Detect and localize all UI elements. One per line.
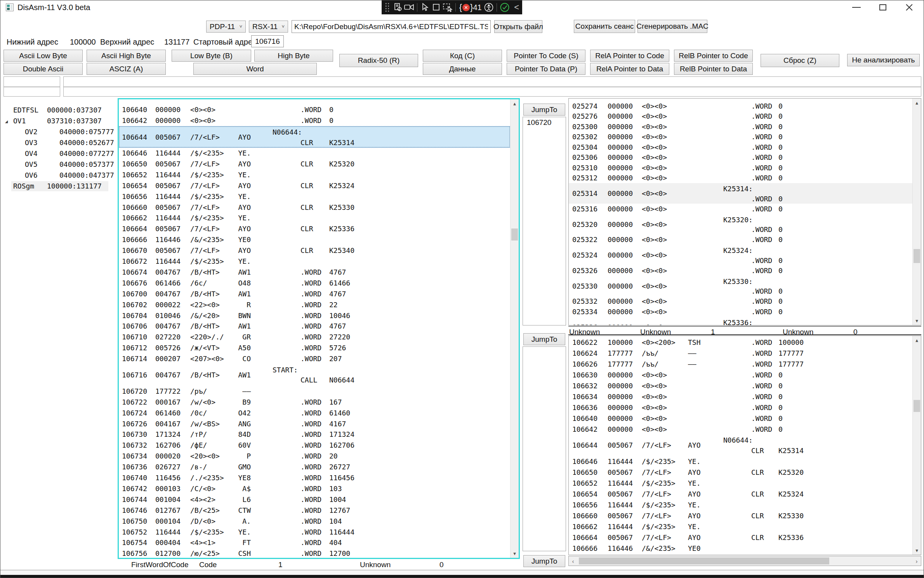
tree-expander-icon[interactable]: ◢: [5, 116, 8, 127]
listing-row[interactable]: 025326000000<0><0>.WORD0: [569, 265, 912, 276]
error-badge-icon[interactable]: { ✕ } 41: [459, 2, 482, 12]
segment-tree-item-edtfsl[interactable]: EDTFSL000000:037307: [0, 105, 117, 116]
jumpto-address-list[interactable]: 106720: [523, 117, 566, 325]
listing-row[interactable]: 106714000207<207><0>CO.WORD207: [119, 353, 510, 364]
listing-row[interactable]: 106646116444/$/<235>YE.: [119, 148, 510, 159]
listing-row[interactable]: 106650005067/7/<LF>AYOCLRK25320: [569, 467, 912, 478]
listing-row[interactable]: 106712005726/ж/<VT>A50.WORD5726: [119, 343, 510, 353]
pointer-to-data-button[interactable]: Pointer To Data (P): [507, 63, 585, 75]
listing-row[interactable]: 106636000000<0><0>.WORD0: [569, 402, 912, 413]
listing-row[interactable]: 106756012700/ю/<25>CSH.WORD12700: [119, 548, 510, 559]
code-button[interactable]: Код (C): [423, 50, 502, 62]
scroll-down-icon[interactable]: ▼: [913, 317, 921, 325]
listing-row[interactable]: 106624177777/ъъ/——.WORD177777: [569, 348, 912, 359]
scroll-right-icon[interactable]: ›: [912, 556, 921, 566]
listing-row[interactable]: 106732162706/фЕ/60V.WORD162706: [119, 440, 510, 451]
segment-tree-item-rosgm[interactable]: ROSgm100000:131177: [0, 181, 117, 192]
open-file-button[interactable]: Открыть файл: [494, 20, 542, 33]
relb-pointer-code-button[interactable]: RelB Pointer to Code: [674, 50, 753, 62]
listing-row[interactable]: 106644005067/7/<LF>AYON06644:CLRK25314: [569, 434, 912, 456]
scroll-down-icon[interactable]: ▼: [913, 546, 921, 555]
listing-row[interactable]: 025336000000<0><0>K25336:.WORD0: [569, 317, 912, 326]
listing-row[interactable]: 106676061466/6c/O48.WORD61466: [119, 277, 510, 288]
drag-handle-icon[interactable]: [385, 2, 389, 12]
listing-row[interactable]: 025316000000<0><0>.WORD0: [569, 204, 912, 214]
listing-row[interactable]: 025276000000<0><0>.WORD0: [569, 111, 912, 122]
low-byte-button[interactable]: Low Byte (B): [172, 50, 251, 62]
jumpto-address-list-empty[interactable]: [523, 346, 566, 551]
listing-row[interactable]: 106700004767/В/<HT>AW1.WORD4767: [119, 288, 510, 299]
listing-row[interactable]: 106662116444/$/<235>YE.: [569, 521, 912, 532]
listing-row[interactable]: 106666116446/&/<235>YE0: [119, 234, 510, 245]
camera-icon[interactable]: [404, 2, 415, 13]
listing-row[interactable]: 106640000000<0><0>.WORD0: [569, 413, 912, 424]
cursor-icon[interactable]: [419, 2, 431, 13]
listing-row[interactable]: 106726004167/w/<BS>ANG.WORD4167: [119, 418, 510, 429]
listing-row[interactable]: 106752116444/$/<235>YE..WORD116444: [119, 526, 510, 537]
right-bottom-scrollbar[interactable]: ▲ ▼: [912, 336, 921, 555]
accessibility-icon[interactable]: [483, 2, 495, 13]
minimize-button[interactable]: [844, 0, 869, 14]
listing-row[interactable]: 106670005067/7/<LF>AYOCLRK25340: [119, 245, 510, 256]
reset-button[interactable]: Сброс (Z): [761, 54, 839, 67]
scrollbar-thumb[interactable]: [914, 249, 920, 263]
radix50-button[interactable]: Radix-50 (R): [339, 54, 418, 67]
scrollbar-thumb[interactable]: [579, 557, 829, 564]
asciz-button[interactable]: ASCIZ (A): [87, 63, 166, 75]
listing-row[interactable]: 025310000000<0><0>.WORD0: [569, 163, 912, 173]
segment-tree-item-ov4[interactable]: OV4040000:077277: [0, 148, 117, 159]
frame-icon[interactable]: [431, 2, 442, 13]
listing-row[interactable]: 025312000000<0><0>.WORD0: [569, 173, 912, 183]
listing-row[interactable]: 106644005067/7/<LF>AYON06644:CLRK25314: [119, 126, 510, 148]
frame-cursor-icon[interactable]: [442, 2, 453, 13]
scroll-up-icon[interactable]: ▲: [511, 99, 519, 108]
scroll-down-icon[interactable]: ▼: [511, 549, 519, 558]
listing-row[interactable]: 106734000020<20><0>P.WORD20: [119, 451, 510, 462]
scrollbar-thumb[interactable]: [914, 400, 920, 412]
scroll-up-icon[interactable]: ▲: [913, 336, 921, 344]
listing-row[interactable]: 025306000000<0><0>.WORD0: [569, 152, 912, 163]
listing-row[interactable]: 106642000000<0><0>.WORD0: [119, 115, 510, 126]
listing-row[interactable]: 106746012767/В/<25>CTW.WORD12767: [119, 505, 510, 516]
file-path-input[interactable]: [292, 20, 491, 33]
status-check-icon[interactable]: [499, 2, 510, 13]
listing-row[interactable]: 106754000404<4><1>FT.WORD404: [119, 537, 510, 548]
listing-row[interactable]: 106742000103/C/<0>A$.WORD103: [119, 483, 510, 494]
listing-row[interactable]: 106720177722/ръ/——: [119, 386, 510, 396]
listing-row[interactable]: 106640000000<0><0>.WORD0: [119, 104, 510, 115]
listing-row[interactable]: 106710027220<220>/./GR.WORD27220: [119, 332, 510, 343]
listing-row[interactable]: 106656116444/$/<235>YE.: [119, 191, 510, 202]
listing-row[interactable]: 025302000000<0><0>.WORD0: [569, 132, 912, 142]
segment-tree-item-ov6[interactable]: OV6040000:047377: [0, 170, 117, 181]
listing-row[interactable]: 106662116444/$/<235>YE.: [119, 213, 510, 223]
listing-row[interactable]: 025274000000<0><0>.WORD0: [569, 101, 912, 111]
close-button[interactable]: [896, 0, 922, 14]
listing-row[interactable]: 106642000000<0><0>.WORD0: [569, 424, 912, 434]
listing-row[interactable]: 025324000000<0><0>K25324:.WORD0: [569, 245, 912, 265]
os-select[interactable]: RSX-11˅: [249, 21, 288, 33]
right-top-scrollbar[interactable]: ▲ ▼: [912, 99, 921, 325]
rela-pointer-data-button[interactable]: RelA Pointer to Data: [590, 63, 669, 75]
high-byte-button[interactable]: High Byte: [254, 50, 333, 62]
listing-row[interactable]: 106654005067/7/<LF>AYOCLRK25324: [569, 489, 912, 500]
word-button[interactable]: Word: [193, 63, 317, 75]
collapse-chevron-icon[interactable]: <: [514, 2, 519, 12]
listing-row[interactable]: 106630000000<0><0>.WORD0: [569, 370, 912, 381]
listing-row[interactable]: 106660005067/7/<LF>AYOCLRK25330: [569, 510, 912, 521]
listing-row[interactable]: 106724061460/0c/O42.WORD61460: [119, 407, 510, 418]
listing-row[interactable]: 106722000167/w/<0>B9.WORD167: [119, 396, 510, 407]
scroll-left-icon[interactable]: ‹: [569, 556, 577, 566]
segment-tree-item-ov5[interactable]: OV5040000:057377: [0, 159, 117, 170]
generate-mac-button[interactable]: Сгенерировать .MAC: [637, 20, 707, 33]
segment-tree-item-ov1[interactable]: ◢OV1037310:037307: [0, 116, 117, 126]
save-session-button[interactable]: Сохранить сеанс: [574, 20, 635, 33]
listing-row[interactable]: 025314000000<0><0>K25314:.WORD0: [569, 183, 912, 204]
ascii-low-byte-button[interactable]: Ascii Low Byte: [3, 50, 83, 62]
listing-row[interactable]: 106622100000<0><200>TSH.WORD100000: [569, 337, 912, 348]
relb-pointer-data-button[interactable]: RelB Pointer to Data: [674, 63, 753, 75]
listing-row[interactable]: 106716004767/В/<HT>AW1START:CALLN06644: [119, 364, 510, 386]
listing-row[interactable]: 106664005067/7/<LF>AYOCLRK25336: [119, 223, 510, 234]
rela-pointer-code-button[interactable]: RelA Pointer to Code: [590, 50, 669, 62]
listing-row[interactable]: 106650005067/7/<LF>AYOCLRK25320: [119, 159, 510, 170]
listing-row[interactable]: 025304000000<0><0>.WORD0: [569, 142, 912, 152]
